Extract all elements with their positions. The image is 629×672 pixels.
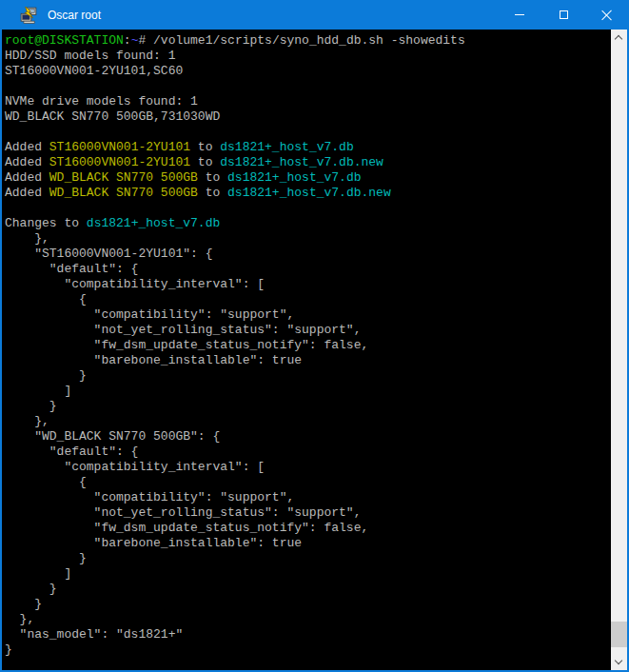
terminal-line: Added ST16000VN001-2YU101 to ds1821+_hos… [5,140,611,155]
terminal-line: { [5,475,611,490]
terminal-line: ] [5,566,611,582]
scrollbar[interactable] [611,30,627,670]
terminal-line: }, [5,612,611,627]
terminal-line: "compatibility_interval": [ [5,277,611,292]
terminal-line: Added WD_BLACK SN770 500GB to ds1821+_ho… [5,186,611,201]
terminal-line: } [5,597,611,612]
maximize-button[interactable] [541,0,585,30]
close-button[interactable] [585,0,629,30]
window-title: Oscar root [48,9,101,22]
terminal-line: ST16000VN001-2YU101,SC60 [5,64,611,79]
terminal-line: NVMe drive models found: 1 [5,94,611,109]
terminal-line: Added WD_BLACK SN770 500GB to ds1821+_ho… [5,170,611,186]
terminal-line: "barebone_installable": true [5,353,611,368]
terminal-line: "not_yet_rolling_status": "support", [5,323,611,338]
window-controls [498,0,629,30]
terminal-line: "compatibility": "support", [5,490,611,505]
terminal-line: } [5,399,611,414]
terminal-line: } [5,368,611,384]
terminal-line: "default": { [5,262,611,277]
scroll-up-button[interactable] [611,30,627,46]
terminal-line: "ST16000VN001-2YU101": { [5,247,611,262]
terminal-line [5,79,611,94]
terminal-line [5,201,611,216]
close-icon [601,10,613,21]
terminal-line: Added ST16000VN001-2YU101 to ds1821+_hos… [5,155,611,170]
terminal-line: "nas_model": "ds1821+" [5,627,611,642]
terminal-output[interactable]: root@DISKSTATION:~# /volume1/scripts/syn… [2,30,611,670]
terminal-line: "fw_dsm_update_status_notify": false, [5,338,611,353]
title-bar[interactable]: Oscar root [0,0,629,30]
putty-app-icon [20,7,37,24]
terminal-line: } [5,642,611,658]
terminal-line: }, [5,231,611,247]
terminal-line: "WD_BLACK SN770 500GB": { [5,429,611,445]
chevron-up-icon [615,35,622,43]
scroll-down-button[interactable] [611,654,627,670]
terminal-line: WD_BLACK SN770 500GB,731030WD [5,109,611,125]
terminal-line: } [5,551,611,566]
terminal-line [5,125,611,140]
terminal-line: HDD/SSD models found: 1 [5,49,611,64]
terminal-line: "default": { [5,445,611,460]
terminal-line: "compatibility": "support", [5,307,611,323]
terminal-line: "compatibility_interval": [ [5,460,611,475]
terminal-line: "fw_dsm_update_status_notify": false, [5,521,611,536]
chevron-down-icon [615,657,622,664]
terminal-line: root@DISKSTATION:~# /volume1/scripts/syn… [5,33,611,49]
terminal-line: Changes to ds1821+_host_v7.db [5,216,611,231]
minimize-button[interactable] [498,0,541,30]
terminal-line: { [5,292,611,307]
putty-window: Oscar root root@DISKSTATION:~# /volume1/… [0,0,629,672]
minimize-icon [515,14,524,15]
scrollbar-thumb[interactable] [611,622,627,647]
terminal-line: ] [5,384,611,399]
terminal-line: }, [5,414,611,429]
terminal-line: "barebone_installable": true [5,536,611,551]
terminal-line: "not_yet_rolling_status": "support", [5,505,611,521]
terminal-line: } [5,582,611,597]
maximize-icon [560,10,568,19]
